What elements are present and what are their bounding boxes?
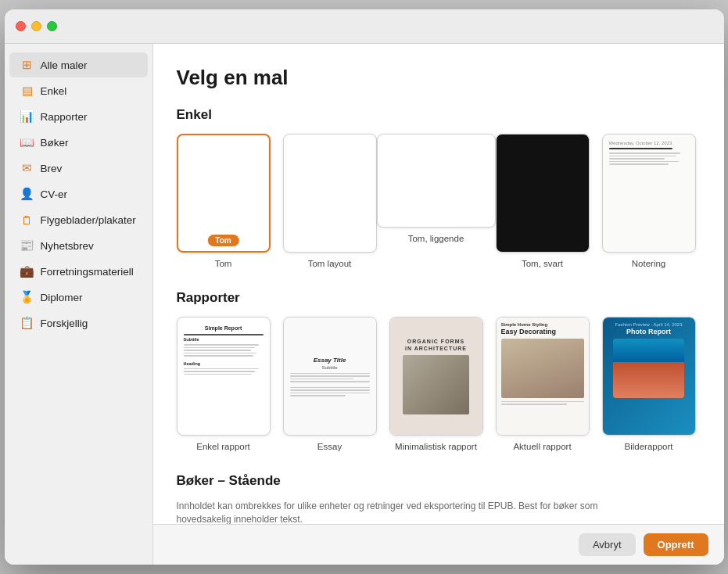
template-bilderapport[interactable]: Fashion Preview · April 14, 2023 Photo R… (602, 317, 696, 451)
news-icon: 📰 (20, 239, 34, 253)
photo-header: Fashion Preview · April 14, 2023 (608, 322, 690, 327)
template-notering[interactable]: Wednesday, October 12, 2023 Notering (602, 134, 696, 268)
template-thumb-tom-layout (283, 134, 377, 253)
template-enkel-rapport[interactable]: Simple Report Subtitle Heading (177, 317, 271, 451)
sidebar-label-boker: Bøker (41, 137, 69, 149)
template-tom-layout[interactable]: Tom layout (283, 134, 377, 268)
essay-title: Essay Title (314, 357, 346, 364)
sidebar-item-enkel[interactable]: ▤Enkel (9, 78, 148, 103)
template-thumb-essay: Essay Title Subtitle (283, 317, 377, 436)
rapporter-templates-row: Simple Report Subtitle Heading (177, 317, 701, 451)
flyer-icon: 🗒 (20, 213, 34, 227)
photo-image (613, 339, 683, 398)
deco-header-text: Simple Home Styling (501, 322, 584, 327)
sidebar-label-forretningsmateriel: Forretningsmateriell (41, 266, 134, 278)
template-tom-svart[interactable]: Tom, svart (496, 134, 590, 268)
template-badge-tom: Tom (207, 235, 238, 246)
template-thumb-tom-svart (496, 134, 590, 253)
sidebar-item-rapporter[interactable]: 📊Rapporter (9, 104, 148, 129)
sidebar-item-all[interactable]: ⊞Alle maler (9, 52, 148, 77)
sidebar-label-rapporter: Rapporter (41, 111, 88, 123)
books-section: Bøker – Stående Innholdet kan ombrekkes … (177, 473, 701, 524)
close-button[interactable] (16, 21, 26, 31)
template-name-enkel-rapport: Enkel rapport (196, 442, 249, 451)
template-name-tom-liggende: Tom, liggende (408, 234, 464, 243)
enkel-templates-row: Tom Tom Tom layout Tom, liggende (177, 134, 701, 268)
template-name-tom-svart: Tom, svart (522, 259, 563, 268)
template-thumb-notering: Wednesday, October 12, 2023 (602, 134, 696, 253)
deco-title-text: Easy Decorating (501, 328, 584, 336)
cv-icon: 👤 (20, 187, 34, 201)
bottom-bar: Avbryt Opprett (153, 524, 724, 565)
sidebar-label-brev: Brev (41, 163, 63, 174)
doc-icon: ▤ (20, 84, 34, 98)
photo-report-title: Photo Report (626, 328, 671, 335)
misc-icon: 📋 (20, 316, 34, 330)
sidebar-item-diplomer[interactable]: 🏅Diplomer (9, 285, 148, 310)
sidebar-item-brev[interactable]: ✉Brev (9, 156, 148, 181)
book-icon: 📖 (20, 135, 34, 149)
template-tom-liggende[interactable]: Tom, liggende (389, 134, 483, 268)
template-name-aktuell: Aktuell rapport (513, 442, 571, 451)
essay-subtitle: Subtitle (321, 365, 337, 370)
template-name-notering: Notering (632, 259, 665, 268)
template-thumb-enkel-rapport: Simple Report Subtitle Heading (177, 317, 271, 436)
template-thumb-bilderapport: Fashion Preview · April 14, 2023 Photo R… (602, 317, 696, 436)
section-title-boker: Bøker – Stående (177, 473, 701, 489)
sidebar-label-flygeblader: Flygeblader/plakater (41, 214, 136, 226)
biz-icon: 💼 (20, 264, 34, 278)
template-name-minimalistisk: Minimalistisk rapport (395, 442, 477, 451)
create-button[interactable]: Opprett (644, 533, 708, 556)
books-description: Innholdet kan ombrekkes for ulike enhete… (177, 500, 630, 524)
sidebar-item-boker[interactable]: 📖Bøker (9, 130, 148, 155)
section-title-rapporter: Rapporter (177, 290, 701, 306)
arch-title: ORGANIC FORMSIN ARCHITECTURE (405, 338, 467, 352)
page-title: Velg en mal (177, 66, 701, 90)
maximize-button[interactable] (47, 21, 57, 31)
main-window: ⊞Alle maler▤Enkel📊Rapporter📖Bøker✉Brev👤C… (5, 9, 724, 565)
diploma-icon: 🏅 (20, 290, 34, 304)
sidebar-label-all: Alle maler (41, 59, 88, 71)
grid-icon: ⊞ (20, 58, 34, 72)
sidebar: ⊞Alle maler▤Enkel📊Rapporter📖Bøker✉Brev👤C… (5, 44, 153, 565)
traffic-lights (16, 21, 57, 31)
template-name-bilderapport: Bilderapport (624, 442, 672, 451)
deco-image (501, 339, 584, 398)
sidebar-label-cv: CV-er (41, 188, 68, 200)
cancel-button[interactable]: Avbryt (579, 533, 636, 556)
template-name-essay: Essay (317, 442, 342, 451)
content-area: ⊞Alle maler▤Enkel📊Rapporter📖Bøker✉Brev👤C… (5, 44, 724, 565)
template-thumb-minimalistisk: ORGANIC FORMSIN ARCHITECTURE (389, 317, 483, 436)
template-aktuell[interactable]: Simple Home Styling Easy Decorating (496, 317, 590, 451)
sidebar-label-forskjellig: Forskjellig (41, 317, 88, 329)
template-minimalistisk[interactable]: ORGANIC FORMSIN ARCHITECTURE Minimalisti… (389, 317, 483, 451)
sidebar-label-enkel: Enkel (41, 85, 67, 97)
titlebar (5, 9, 724, 44)
template-thumb-aktuell: Simple Home Styling Easy Decorating (496, 317, 590, 436)
report-icon: 📊 (20, 109, 34, 124)
main-content: Velg en mal Enkel Tom Tom To (153, 44, 724, 524)
template-thumb-tom: Tom (177, 134, 271, 253)
sidebar-item-flygeblader[interactable]: 🗒Flygeblader/plakater (9, 207, 148, 232)
sidebar-item-cv[interactable]: 👤CV-er (9, 181, 148, 206)
sidebar-label-diplomer: Diplomer (41, 292, 83, 303)
minimize-button[interactable] (31, 21, 41, 31)
sidebar-item-nyhetsbrev[interactable]: 📰Nyhetsbrev (9, 233, 148, 258)
template-tom[interactable]: Tom Tom (177, 134, 271, 268)
template-name-tom: Tom (215, 259, 232, 268)
template-thumb-tom-liggende (377, 134, 496, 228)
section-title-enkel: Enkel (177, 107, 701, 123)
sidebar-item-forskjellig[interactable]: 📋Forskjellig (9, 310, 148, 335)
letter-icon: ✉ (20, 161, 34, 175)
sidebar-label-nyhetsbrev: Nyhetsbrev (41, 240, 94, 252)
template-name-tom-layout: Tom layout (308, 259, 352, 268)
template-essay[interactable]: Essay Title Subtitle (283, 317, 377, 451)
arch-image (403, 355, 469, 414)
sidebar-item-forretningsmateriel[interactable]: 💼Forretningsmateriell (9, 259, 148, 284)
